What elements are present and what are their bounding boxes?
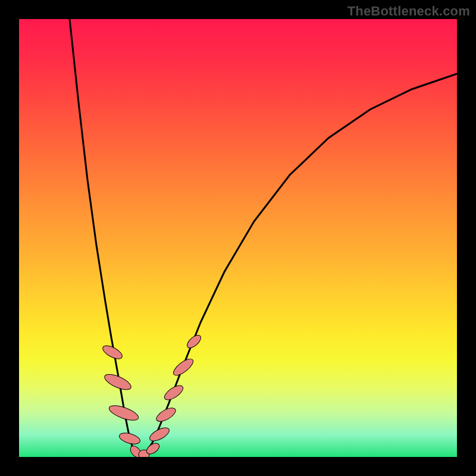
watermark-text: TheBottleneck.com	[347, 4, 470, 19]
chart-frame: TheBottleneck.com	[0, 0, 476, 476]
curves-svg	[19, 19, 457, 457]
bead-3	[118, 431, 141, 446]
curve-beads	[101, 333, 203, 457]
bead-11	[185, 333, 203, 350]
plot-area	[19, 19, 457, 457]
bead-10	[171, 356, 195, 378]
series-left-curve	[70, 19, 142, 457]
series-right-curve	[142, 74, 457, 457]
bead-9	[162, 383, 186, 402]
curve-lines	[70, 19, 457, 457]
